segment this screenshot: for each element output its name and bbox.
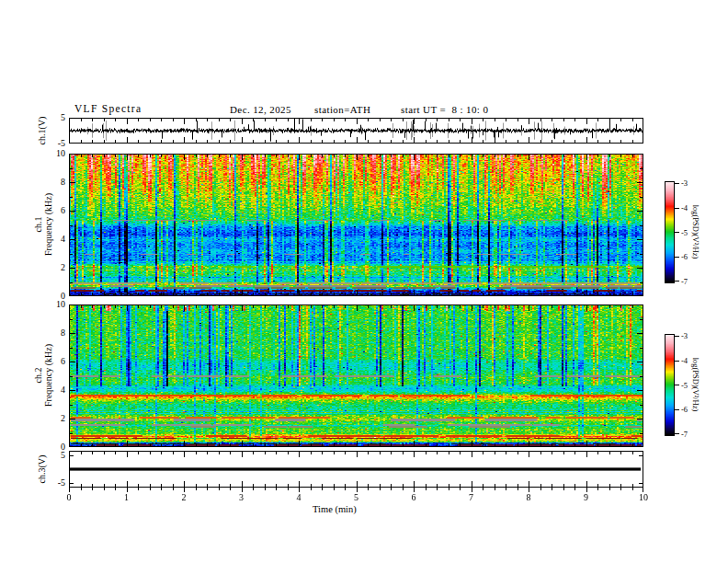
figure-station: station=ATH — [314, 104, 370, 115]
ch3v-tick-label: 5 — [30, 451, 65, 460]
colorbar2-tick-label: -6 — [681, 406, 688, 414]
spec1-tick-label: 4 — [30, 235, 65, 244]
spec2-tick-label: 4 — [30, 385, 65, 395]
x-tick-label: 8 — [515, 493, 542, 502]
x-tick-label: 1 — [113, 493, 141, 502]
ch2-colorbar — [665, 334, 680, 436]
ch1-spectrogram-panel — [69, 154, 643, 296]
time-axis-title: Time (min) — [313, 504, 357, 514]
spec1-tick-label: 6 — [30, 206, 65, 215]
x-tick-label: 4 — [285, 493, 313, 502]
ch1-waveform-panel — [69, 118, 643, 144]
figure-start-ut: start UT = 8 : 10: 0 — [401, 104, 488, 115]
ch1-colorbar — [665, 181, 680, 283]
colorbar2-tick-label: -4 — [681, 357, 688, 365]
ch1-colorbar-label: log(PSD)(V²/Hz) — [691, 205, 700, 259]
ch1-label-line2: Frequency (kHz) — [43, 193, 53, 256]
figure-title: VLF Spectra — [74, 103, 142, 114]
spec1-tick-label: 8 — [30, 178, 65, 187]
ch1-frequency-axis-label: ch.1 Frequency (kHz) — [34, 193, 53, 256]
ch1-label-line1: ch.1 — [34, 193, 44, 256]
x-tick-label: 3 — [228, 493, 256, 502]
ch2-label-line2: Frequency (kHz) — [43, 344, 53, 407]
colorbar1-tick-label: -4 — [681, 204, 688, 213]
spec1-tick-label: 10 — [30, 149, 65, 158]
x-tick-label: 10 — [630, 493, 657, 502]
colorbar1-tick-label: -3 — [681, 179, 688, 188]
ch1v-tick-label: -5 — [30, 139, 65, 148]
x-tick-label: 2 — [170, 493, 198, 502]
spec2-tick-label: 10 — [30, 300, 65, 309]
ch2-spectrogram-panel — [69, 304, 643, 447]
figure-date: Dec. 12, 2025 — [230, 104, 291, 115]
spec1-tick-label: 2 — [30, 263, 65, 272]
spec2-tick-label: 8 — [30, 328, 65, 338]
ch3v-tick-label: -5 — [30, 478, 65, 488]
colorbar1-tick-label: -6 — [681, 253, 688, 261]
colorbar1-tick-label: -5 — [681, 229, 688, 237]
ch3-waveform-panel — [69, 451, 643, 488]
x-tick-label: 7 — [458, 493, 485, 502]
spec2-tick-label: 6 — [30, 357, 65, 366]
x-tick-label: 0 — [55, 493, 83, 502]
ch2-colorbar-label: log(PSD)(V²/Hz) — [691, 358, 700, 412]
spec2-tick-label: 2 — [30, 414, 65, 423]
x-tick-label: 5 — [343, 493, 370, 502]
vlf-spectra-figure: VLF Spectra Dec. 12, 2025 station=ATH st… — [0, 0, 728, 563]
x-tick-label: 9 — [573, 493, 600, 502]
ch2-frequency-axis-label: ch.2 Frequency (kHz) — [34, 344, 53, 407]
colorbar2-tick-label: -3 — [681, 332, 688, 340]
colorbar2-tick-label: -7 — [681, 431, 688, 439]
ch1v-tick-label: 5 — [30, 113, 65, 122]
x-tick-label: 6 — [400, 493, 427, 502]
ch2-label-line1: ch.2 — [34, 344, 44, 407]
colorbar1-tick-label: -7 — [681, 278, 688, 286]
colorbar2-tick-label: -5 — [681, 382, 688, 390]
